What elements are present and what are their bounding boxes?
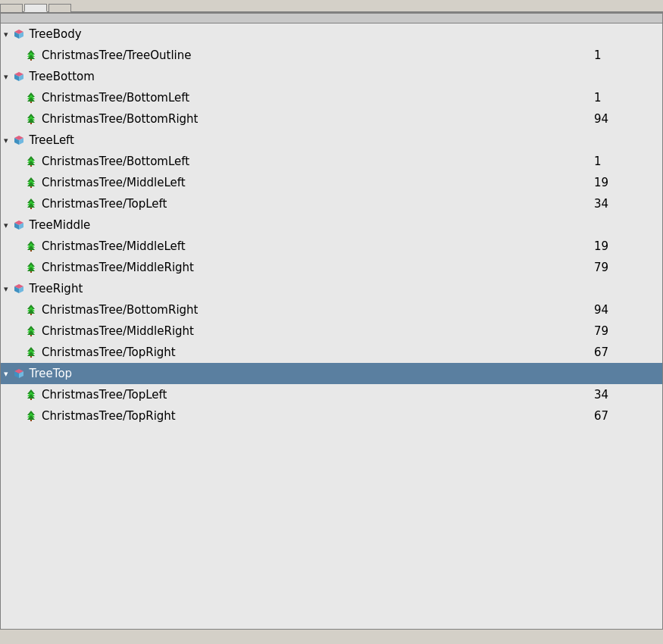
model-icon — [25, 240, 37, 252]
group-row[interactable]: ▾ TreeBottom — [1, 66, 662, 87]
child-label: ChristmasTree/MiddleRight — [42, 324, 194, 338]
child-label: ChristmasTree/MiddleRight — [42, 261, 194, 274]
model-icon — [25, 389, 37, 401]
expand-arrow: ▾ — [4, 369, 8, 379]
child-row[interactable]: ChristmasTree/TopRight 67 — [22, 342, 662, 363]
group-row[interactable]: ▾ TreeMiddle — [1, 214, 662, 236]
child-start-value: 19 — [594, 176, 662, 189]
expand-arrow: ▾ — [4, 30, 8, 39]
tree-list[interactable]: ▾ TreeBody ChristmasTree/TreeOutline 1 ▾ — [1, 23, 662, 629]
child-label: ChristmasTree/TreeOutline — [42, 48, 191, 62]
group-icon — [13, 70, 25, 83]
model-icon — [25, 177, 37, 189]
child-row[interactable]: ChristmasTree/BottomLeft 1 — [22, 151, 662, 172]
child-start-value: 79 — [594, 324, 662, 338]
child-label: ChristmasTree/BottomLeft — [42, 91, 189, 105]
child-start-value: 94 — [594, 112, 662, 126]
model-icon — [25, 325, 37, 337]
child-start-value: 1 — [594, 155, 662, 168]
group-row[interactable]: ▾ TreeLeft — [1, 130, 662, 151]
model-icon — [25, 261, 37, 274]
child-row[interactable]: ChristmasTree/MiddleRight 79 — [22, 257, 662, 278]
table-header — [1, 14, 662, 23]
group-row[interactable]: ▾ TreeTop — [1, 363, 662, 384]
group-row[interactable]: ▾ TreeRight — [1, 278, 662, 299]
model-icon — [25, 155, 37, 167]
group-icon — [13, 367, 25, 380]
model-icon — [25, 304, 37, 316]
tab-bar — [0, 0, 663, 13]
child-row[interactable]: ChristmasTree/BottomRight 94 — [22, 108, 662, 130]
child-row[interactable]: ChristmasTree/MiddleLeft 19 — [22, 236, 662, 257]
child-start-value: 67 — [594, 409, 662, 423]
model-icon — [25, 113, 37, 125]
group-label: TreeLeft — [30, 133, 74, 147]
child-row[interactable]: ChristmasTree/MiddleRight 79 — [22, 320, 662, 342]
expand-arrow: ▾ — [4, 220, 8, 230]
child-row[interactable]: ChristmasTree/BottomLeft 1 — [22, 87, 662, 108]
child-label: ChristmasTree/BottomRight — [42, 303, 198, 317]
child-start-value: 94 — [594, 303, 662, 317]
group-label: TreeTop — [30, 367, 73, 380]
child-start-value: 1 — [594, 91, 662, 105]
group-label: TreeBody — [30, 27, 82, 41]
group-icon — [13, 134, 25, 146]
child-row[interactable]: ChristmasTree/TopLeft 34 — [22, 193, 662, 214]
child-start-value: 1 — [594, 48, 662, 62]
child-start-value: 67 — [594, 345, 662, 359]
expand-arrow: ▾ — [4, 136, 8, 145]
group-label: TreeBottom — [30, 70, 95, 83]
model-icon — [25, 92, 37, 104]
group-row[interactable]: ▾ TreeBody — [1, 23, 662, 45]
child-start-value: 79 — [594, 261, 662, 274]
child-label: ChristmasTree/MiddleLeft — [42, 176, 186, 189]
child-start-value: 34 — [594, 197, 662, 211]
tab-layout[interactable] — [24, 4, 47, 12]
child-row[interactable]: ChristmasTree/TreeOutline 1 — [22, 45, 662, 66]
model-icon — [25, 198, 37, 210]
child-label: ChristmasTree/BottomRight — [42, 112, 198, 126]
child-start-value: 34 — [594, 388, 662, 402]
child-label: ChristmasTree/TopLeft — [42, 197, 167, 211]
model-icon — [25, 346, 37, 358]
child-label: ChristmasTree/TopRight — [42, 345, 176, 359]
child-row[interactable]: ChristmasTree/MiddleLeft 19 — [22, 172, 662, 193]
expand-arrow: ▾ — [4, 72, 8, 82]
child-row[interactable]: ChristmasTree/TopRight 67 — [22, 405, 662, 427]
child-label: ChristmasTree/BottomLeft — [42, 155, 189, 168]
child-label: ChristmasTree/TopRight — [42, 409, 176, 423]
tab-setup[interactable] — [0, 4, 23, 12]
child-row[interactable]: ChristmasTree/TopLeft 34 — [22, 384, 662, 405]
model-icon — [25, 410, 37, 422]
child-start-value: 19 — [594, 239, 662, 253]
child-label: ChristmasTree/MiddleLeft — [42, 239, 186, 253]
group-label: TreeMiddle — [30, 218, 91, 232]
expand-arrow: ▾ — [4, 284, 8, 294]
group-icon — [13, 219, 25, 231]
group-icon — [13, 28, 25, 40]
group-icon — [13, 283, 25, 295]
child-label: ChristmasTree/TopLeft — [42, 388, 167, 402]
group-label: TreeRight — [30, 282, 83, 295]
tab-sequencer[interactable] — [48, 4, 71, 12]
model-icon — [25, 49, 37, 61]
child-row[interactable]: ChristmasTree/BottomRight 94 — [22, 299, 662, 320]
main-content: ▾ TreeBody ChristmasTree/TreeOutline 1 ▾ — [0, 13, 663, 630]
